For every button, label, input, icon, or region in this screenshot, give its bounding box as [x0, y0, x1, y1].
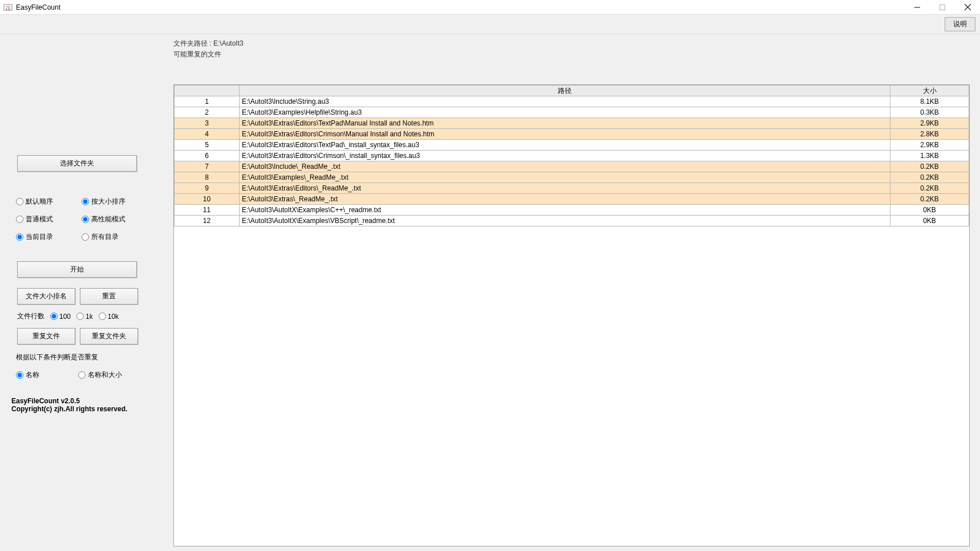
- cell-size: 0.2KB: [890, 161, 969, 172]
- toolbar: 说明: [0, 15, 980, 34]
- main-panel: 文件夹路径 : E:\AutoIt3 可能重复的文件 路径 大小 1E:\Aut…: [173, 34, 980, 551]
- cell-path: E:\AutoIt3\Examples\Helpfile\String.au3: [240, 107, 890, 118]
- maximize-button[interactable]: [930, 0, 955, 15]
- cell-path: E:\AutoIt3\Extras\Editors\_ReadMe_.txt: [240, 183, 890, 194]
- minimize-button[interactable]: [905, 0, 930, 15]
- cell-size: 2.8KB: [890, 129, 969, 140]
- table-row[interactable]: 3E:\AutoIt3\Extras\Editors\TextPad\Manua…: [175, 118, 969, 129]
- cell-path: E:\AutoIt3\Include\_ReadMe_.txt: [240, 161, 890, 172]
- file-table: 路径 大小 1E:\AutoIt3\Include\String.au38.1K…: [174, 85, 969, 226]
- size-rank-button[interactable]: 文件大小排名: [17, 288, 75, 305]
- radio-perf-mode[interactable]: 高性能模式: [82, 214, 125, 224]
- cell-index: 5: [175, 140, 240, 151]
- duplicate-line: 可能重复的文件: [173, 50, 970, 59]
- cell-path: E:\AutoIt3\AutoItX\Examples\VBScript\_re…: [240, 216, 890, 226]
- col-header-path[interactable]: 路径: [240, 86, 890, 96]
- cell-index: 10: [175, 194, 240, 205]
- cell-path: E:\AutoIt3\Extras\Editors\Crimson\Manual…: [240, 129, 890, 140]
- radio-current-dir[interactable]: 当前目录: [16, 232, 53, 242]
- table-row[interactable]: 12E:\AutoIt3\AutoItX\Examples\VBScript\_…: [175, 216, 969, 226]
- cell-size: 0.2KB: [890, 172, 969, 183]
- cell-size: 1.3KB: [890, 151, 969, 161]
- svg-rect-2: [940, 5, 945, 10]
- cell-index: 12: [175, 216, 240, 226]
- app-icon: [3, 3, 13, 12]
- cell-size: 0KB: [890, 216, 969, 226]
- cell-path: E:\AutoIt3\Extras\Editors\Crimson\_insta…: [240, 151, 890, 161]
- table-row[interactable]: 5E:\AutoIt3\Extras\Editors\TextPad\_inst…: [175, 140, 969, 151]
- condition-label: 根据以下条件判断是否重复: [16, 353, 162, 362]
- start-button[interactable]: 开始: [17, 261, 137, 278]
- table-row[interactable]: 9E:\AutoIt3\Extras\Editors\_ReadMe_.txt0…: [175, 183, 969, 194]
- dup-files-button[interactable]: 重复文件: [17, 328, 75, 345]
- radio-name-only[interactable]: 名称: [16, 370, 39, 380]
- table-row[interactable]: 6E:\AutoIt3\Extras\Editors\Crimson\_inst…: [175, 151, 969, 161]
- sidebar: 选择文件夹 默认顺序 按大小排序 普通模式 高性能模式: [0, 34, 173, 551]
- table-row[interactable]: 2E:\AutoIt3\Examples\Helpfile\String.au3…: [175, 107, 969, 118]
- select-folder-button[interactable]: 选择文件夹: [17, 155, 137, 172]
- folder-path-line: 文件夹路径 : E:\AutoIt3: [173, 39, 970, 48]
- file-rows-label: 文件行数: [17, 311, 44, 321]
- radio-all-dir[interactable]: 所有目录: [82, 232, 119, 242]
- cell-index: 9: [175, 183, 240, 194]
- cell-index: 4: [175, 129, 240, 140]
- reset-button[interactable]: 重置: [80, 288, 138, 305]
- radio-size-order[interactable]: 按大小排序: [82, 197, 125, 206]
- cell-path: E:\AutoIt3\AutoItX\Examples\C++\_readme.…: [240, 205, 890, 216]
- cell-index: 1: [175, 96, 240, 107]
- table-row[interactable]: 11E:\AutoIt3\AutoItX\Examples\C++\_readm…: [175, 205, 969, 216]
- close-button[interactable]: [955, 0, 980, 15]
- file-table-container[interactable]: 路径 大小 1E:\AutoIt3\Include\String.au38.1K…: [173, 84, 970, 546]
- help-button[interactable]: 说明: [945, 17, 975, 31]
- cell-path: E:\AutoIt3\Extras\_ReadMe_.txt: [240, 194, 890, 205]
- cell-size: 0.3KB: [890, 107, 969, 118]
- cell-index: 2: [175, 107, 240, 118]
- cell-index: 3: [175, 118, 240, 129]
- version-text: EasyFileCount v2.0.5: [11, 397, 162, 405]
- cell-path: E:\AutoIt3\Examples\_ReadMe_.txt: [240, 172, 890, 183]
- table-row[interactable]: 4E:\AutoIt3\Extras\Editors\Crimson\Manua…: [175, 129, 969, 140]
- radio-rows-10k[interactable]: 10k: [99, 313, 119, 321]
- cell-size: 0.2KB: [890, 183, 969, 194]
- cell-path: E:\AutoIt3\Extras\Editors\TextPad\_insta…: [240, 140, 890, 151]
- table-row[interactable]: 7E:\AutoIt3\Include\_ReadMe_.txt0.2KB: [175, 161, 969, 172]
- col-header-size[interactable]: 大小: [890, 86, 969, 96]
- cell-path: E:\AutoIt3\Extras\Editors\TextPad\Manual…: [240, 118, 890, 129]
- col-header-index[interactable]: [175, 86, 240, 96]
- radio-default-order[interactable]: 默认顺序: [16, 197, 53, 206]
- cell-size: 2.9KB: [890, 118, 969, 129]
- table-row[interactable]: 10E:\AutoIt3\Extras\_ReadMe_.txt0.2KB: [175, 194, 969, 205]
- cell-size: 0.2KB: [890, 194, 969, 205]
- cell-index: 7: [175, 161, 240, 172]
- radio-name-size[interactable]: 名称和大小: [78, 370, 122, 380]
- title-bar: EasyFileCount: [0, 0, 980, 15]
- radio-rows-100[interactable]: 100: [50, 313, 71, 321]
- copyright-text: Copyright(c) zjh.All rights reserved.: [11, 405, 162, 413]
- cell-size: 2.9KB: [890, 140, 969, 151]
- table-row[interactable]: 8E:\AutoIt3\Examples\_ReadMe_.txt0.2KB: [175, 172, 969, 183]
- window-title: EasyFileCount: [16, 3, 60, 11]
- cell-size: 8.1KB: [890, 96, 969, 107]
- radio-normal-mode[interactable]: 普通模式: [16, 214, 53, 224]
- table-row[interactable]: 1E:\AutoIt3\Include\String.au38.1KB: [175, 96, 969, 107]
- cell-index: 6: [175, 151, 240, 161]
- radio-rows-1k[interactable]: 1k: [76, 313, 93, 321]
- cell-size: 0KB: [890, 205, 969, 216]
- cell-index: 11: [175, 205, 240, 216]
- cell-path: E:\AutoIt3\Include\String.au3: [240, 96, 890, 107]
- dup-folders-button[interactable]: 重复文件夹: [80, 328, 138, 345]
- cell-index: 8: [175, 172, 240, 183]
